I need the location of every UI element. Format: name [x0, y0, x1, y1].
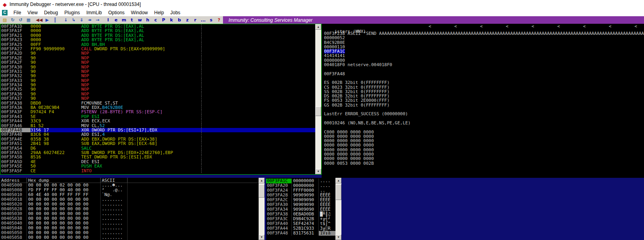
register-line[interactable]: 0000 0000 0000 0000: [324, 134, 644, 139]
disasm-row[interactable]: 00F3FA1D0000ADD BYTE PTR DS:[EAX],AL: [0, 24, 315, 29]
disasm-row[interactable]: 00F3FA4B83C6 04ADD ESI,4: [0, 132, 315, 137]
breakpoints-button[interactable]: b: [176, 17, 183, 23]
register-line[interactable]: 0000 0053 0000 002B: [324, 161, 644, 166]
disasm-row[interactable]: 00F3FA512B41 98SUB EAX,DWORD PTR DS:[ECX…: [0, 141, 315, 146]
disasm-row[interactable]: 00F3FA1F0000ADD BYTE PTR DS:[EAX],AL: [0, 29, 315, 33]
hexdump-scrollbar[interactable]: ▲ ▼: [259, 178, 265, 240]
register-line[interactable]: 41414141: [324, 53, 644, 58]
register-line[interactable]: 0000 0000 0000 0000: [324, 143, 644, 147]
disasm-row[interactable]: 00F3FA5D4EDEC ESI: [0, 160, 315, 164]
column-marker[interactable]: <: [532, 24, 534, 29]
disasm-row[interactable]: 00F3FA2500FFADD BH,BH: [0, 42, 315, 47]
register-line[interactable]: 0000 0000 0000 0000: [324, 139, 644, 143]
disasm-row[interactable]: 00F3FA3390NOP: [0, 78, 315, 83]
disasm-row[interactable]: 00F3FA435EPOP ESI: [0, 114, 315, 119]
register-line[interactable]: 00000110: [324, 45, 644, 49]
menu-item-debug[interactable]: Debug: [41, 9, 61, 16]
scroll-up-icon[interactable]: ▲: [259, 178, 265, 183]
help-button[interactable]: ?: [215, 17, 223, 23]
execute-till-return-button[interactable]: →: [94, 17, 101, 23]
column-marker[interactable]: <: [557, 24, 560, 29]
disasm-row[interactable]: 00F3FA5E50PUSH EAX: [0, 164, 315, 168]
register-line[interactable]: 00000000: [324, 58, 644, 63]
stack-row[interactable]: 00F3FA48831756311V↨â: [266, 231, 335, 236]
disasm-row[interactable]: 00F3FA2D90NOP: [0, 51, 315, 55]
hexdump-header-address[interactable]: Address: [0, 178, 27, 183]
disasm-row[interactable]: 00F3FA230000ADD BYTE PTR DS:[EAX],AL: [0, 38, 315, 42]
register-line[interactable]: FS 0053 32bit 2E0000(FFF): [324, 98, 644, 103]
hexdump-header-hex[interactable]: Hex dump: [27, 178, 101, 183]
disasm-row[interactable]: 00F3FA3ABA 0E2BC9B4MOV EDX,B4C92B0E: [0, 105, 315, 110]
disasm-row[interactable]: 00F3FA2F90NOP: [0, 60, 315, 65]
register-line[interactable]: [324, 116, 644, 121]
scroll-down-icon[interactable]: ▼: [335, 234, 341, 240]
register-line[interactable]: LastErr ERROR_SUCCESS (00000000): [324, 112, 644, 116]
column-marker[interactable]: <: [454, 24, 457, 29]
disasm-row[interactable]: 00F3FA3590NOP: [0, 87, 315, 91]
open-file-button[interactable]: ▨: [1, 17, 8, 23]
register-line[interactable]: 0000 0000 0000 0000: [324, 148, 644, 152]
scroll-down-icon[interactable]: ▼: [315, 169, 321, 174]
column-marker[interactable]: <: [583, 24, 586, 29]
scroll-up-icon[interactable]: ▲: [335, 178, 341, 183]
run-button[interactable]: ▶: [44, 17, 51, 23]
disasm-row[interactable]: 00F3FA3790NOP: [0, 96, 315, 101]
step-into-button[interactable]: ↓: [62, 17, 69, 23]
disasm-row[interactable]: 00F3FA3190NOP: [0, 69, 315, 74]
menu-item-plugins[interactable]: Plugins: [61, 9, 83, 16]
executables-button[interactable]: e: [112, 17, 120, 23]
register-line[interactable]: 00000052: [324, 36, 644, 40]
services-banner[interactable]: Immunity: Consulting Services Manager: [223, 16, 644, 24]
restart-button[interactable]: ↻: [9, 17, 16, 23]
disasm-row[interactable]: 00F3FA2E90NOP: [0, 56, 315, 60]
disasm-row[interactable]: 00F3FA3490NOP: [0, 83, 315, 87]
log-window-button[interactable]: l: [105, 17, 112, 23]
disasm-row[interactable]: 00F3FA3090NOP: [0, 65, 315, 69]
disasm-row[interactable]: 00F3FA3FD97424 F4FSTENV (28-BYTE) PTR SS…: [0, 110, 315, 114]
stack-scrollbar[interactable]: ▲ ▼: [335, 178, 341, 240]
register-line[interactable]: [324, 76, 644, 80]
scroll-up-icon[interactable]: ▲: [315, 24, 321, 30]
disasm-row[interactable]: 00F3FA4E0358 38ADD EBX,DWORD PTR DS:[EAX…: [0, 137, 315, 141]
menu-item-file[interactable]: File: [10, 9, 24, 16]
column-marker[interactable]: <: [429, 24, 431, 29]
register-line[interactable]: C000 0000 0000 0000: [324, 130, 644, 134]
hexdump-scrollbar-thumb[interactable]: [259, 184, 265, 198]
register-line[interactable]: 00F3F238 ASCII "SEND AAAAAAAAAAAAAAAAAAA…: [324, 31, 644, 36]
disasm-row[interactable]: 00F3FA5529AA 60274E22SUB DWORD PTR DS:[E…: [0, 150, 315, 155]
disasm-row[interactable]: 00F3FA4433C9XOR ECX,ECX: [0, 119, 315, 123]
menu-item-help[interactable]: Help: [151, 9, 167, 16]
source-button[interactable]: s: [208, 17, 215, 23]
menu-item-immlib[interactable]: ImmLib: [83, 9, 105, 16]
close-program-button[interactable]: ↺: [17, 17, 24, 23]
register-line[interactable]: 00F3FA1C: [324, 49, 644, 53]
register-line[interactable]: CS 0023 32bit 0(FFFFFFFF): [324, 85, 644, 90]
disasm-row[interactable]: 00F3FA210000ADD BYTE PTR DS:[EAX],AL: [0, 33, 315, 38]
patches-button[interactable]: P: [160, 17, 167, 23]
trace-into-button[interactable]: ⇓: [78, 17, 85, 23]
windows-list-button[interactable]: w: [136, 17, 143, 23]
disasm-row[interactable]: 00F3FA27FF90 90909090CALL DWORD PTR DS:[…: [0, 47, 315, 51]
register-line[interactable]: [324, 125, 644, 130]
cpu-scrollbar[interactable]: ▲ ▼: [315, 24, 321, 174]
handles-button[interactable]: h: [144, 17, 151, 23]
more-button[interactable]: ...: [200, 17, 207, 23]
threads-button[interactable]: t: [128, 17, 135, 23]
disasm-row[interactable]: 00F3FA3690NOP: [0, 92, 315, 96]
register-line[interactable]: DS 002B 32bit 0(FFFFFFFF): [324, 94, 644, 98]
column-marker[interactable]: <: [506, 24, 509, 29]
references-button[interactable]: r: [192, 17, 199, 23]
column-marker[interactable]: <: [480, 24, 483, 29]
cpu-window-icon[interactable]: C: [2, 10, 8, 15]
register-line[interactable]: [324, 67, 644, 71]
register-line[interactable]: 0000 0000 0000 0000: [324, 156, 644, 161]
column-marker[interactable]: <: [609, 24, 612, 29]
hexdump-header-ascii[interactable]: ASCII: [101, 178, 128, 183]
menu-item-window[interactable]: Window: [128, 9, 151, 16]
cpu-scrollbar-thumb[interactable]: [315, 107, 321, 116]
rewind-button[interactable]: ◀◀: [36, 17, 43, 23]
register-line[interactable]: B4C92B0E: [324, 40, 644, 45]
register-line[interactable]: ES 002B 32bit 0(FFFFFFFF): [324, 80, 644, 85]
memory-map-button[interactable]: m: [120, 17, 128, 23]
disasm-row[interactable]: 00F3FA3290NOP: [0, 74, 315, 78]
